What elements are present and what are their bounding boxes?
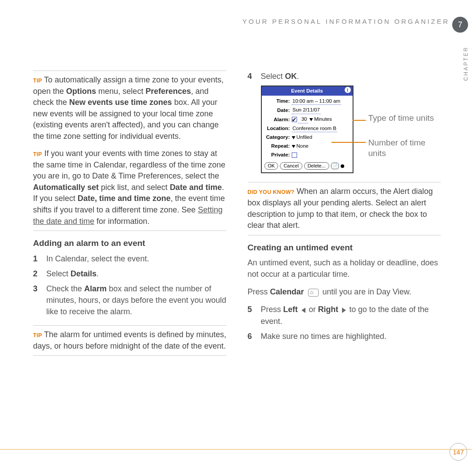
step-number: 3 — [33, 283, 40, 317]
text: Check the — [46, 284, 84, 293]
callout-line — [353, 120, 366, 121]
dropdown-icon[interactable] — [292, 145, 295, 148]
text: . — [97, 269, 99, 278]
tip-label: TIP — [33, 78, 42, 84]
tip-text: If you want your events with time zones … — [33, 149, 225, 180]
text: Press — [248, 287, 270, 296]
text: Press — [261, 305, 283, 314]
running-head: YOUR PERSONAL INFORMATION ORGANIZER — [0, 18, 450, 25]
bold: Preferences — [145, 87, 191, 96]
step-text: Make sure no times are highlighted. — [261, 331, 441, 342]
text: . — [297, 72, 299, 81]
bold: Alarm — [84, 284, 107, 293]
label-private: Private: — [264, 151, 292, 159]
step-1: 1 In Calendar, select the event. — [33, 253, 227, 264]
left-arrow-icon — [301, 308, 305, 313]
bold: Details — [71, 269, 97, 278]
tip-text: for information. — [94, 217, 149, 226]
note-icon[interactable]: 📄 — [331, 163, 339, 169]
page-body: TIP To automatically assign a time zone … — [33, 71, 441, 362]
callout-type-units: Type of time units — [368, 113, 435, 123]
step-number: 4 — [248, 71, 255, 82]
tip-text: menu, select — [96, 87, 145, 96]
field-location[interactable]: Conference room B — [292, 125, 338, 133]
dialog-event-details: Event Details i Time:10:00 am – 11:00 am… — [261, 86, 353, 173]
bold: Automatically set — [33, 183, 99, 192]
dialog-title-bar: Event Details i — [262, 86, 353, 96]
text: or — [309, 305, 318, 314]
bold: Date, time and time zone — [78, 194, 171, 203]
chapter-badge: 7 — [452, 17, 468, 33]
text: Select — [261, 72, 285, 81]
step-text: Select OK. — [261, 71, 441, 82]
dropdown-icon[interactable] — [309, 118, 313, 121]
step-3: 3 Check the Alarm box and select the num… — [33, 283, 227, 317]
bold: OK — [285, 72, 297, 81]
bold: New events use time zones — [69, 98, 172, 107]
field-date[interactable]: Sun 2/11/07 — [292, 106, 321, 114]
dot-icon — [341, 164, 344, 168]
screenshot-event-details: Event Details i Time:10:00 am – 11:00 am… — [261, 86, 441, 173]
step-6: 6 Make sure no times are highlighted. — [248, 331, 441, 342]
step-number: 6 — [248, 331, 255, 342]
tip-label: TIP — [33, 332, 42, 338]
cancel-button[interactable]: Cancel — [280, 162, 302, 170]
step-number: 5 — [248, 304, 255, 327]
step-number: 1 — [33, 253, 40, 264]
tip-box-3: TIP The alarm for untimed events is defi… — [33, 325, 227, 356]
tip-box-1: TIP To automatically assign a time zone … — [33, 71, 227, 231]
right-arrow-icon — [342, 308, 346, 313]
paragraph: An untimed event, such as a holiday or d… — [248, 257, 441, 280]
bold: Calendar — [270, 287, 304, 296]
label-category: Category: — [264, 134, 292, 141]
checkbox-alarm[interactable] — [292, 117, 297, 122]
chapter-side-label: CHAPTER — [463, 46, 469, 81]
field-alarm-units[interactable]: Minutes — [314, 116, 332, 122]
text: until you are in Day View. — [323, 287, 412, 296]
checkbox-private[interactable] — [292, 152, 297, 158]
bold: Right — [318, 305, 338, 314]
step-2: 2 Select Details. — [33, 268, 227, 279]
calendar-button-icon — [308, 289, 319, 297]
tip-label: TIP — [33, 151, 42, 157]
field-repeat[interactable]: None — [297, 143, 309, 149]
page-number: 147 — [450, 443, 467, 461]
step-text: In Calendar, select the event. — [46, 253, 227, 264]
text: Select — [46, 269, 71, 278]
info-icon[interactable]: i — [345, 87, 351, 93]
heading-adding-alarm: Adding an alarm to an event — [33, 237, 227, 249]
step-4: 4 Select OK. — [248, 71, 441, 82]
bold: Options — [66, 87, 96, 96]
right-column: 4 Select OK. Event Details i Time:10:00 … — [248, 71, 441, 362]
left-column: TIP To automatically assign a time zone … — [33, 71, 227, 362]
tip-text: The alarm for untimed events is defined … — [33, 330, 226, 350]
label-time: Time: — [264, 97, 292, 105]
field-alarm-value[interactable]: 30 — [298, 115, 308, 123]
label-location: Location: — [264, 125, 292, 132]
did-you-know-box: DID YOU KNOW? When an alarm occurs, the … — [248, 182, 441, 235]
step-text: Press Left or Right to go to the date of… — [261, 304, 441, 327]
step-text: Check the Alarm box and select the numbe… — [46, 283, 227, 317]
delete-button[interactable]: Delete... — [304, 162, 329, 170]
step-text: Select Details. — [46, 268, 227, 279]
tip-text: pick list, and select — [99, 183, 170, 192]
step-number: 2 — [33, 268, 40, 279]
footer-rule — [0, 449, 472, 450]
label-repeat: Repeat: — [264, 142, 292, 150]
dialog-title: Event Details — [291, 88, 323, 93]
ok-button[interactable]: OK — [264, 162, 279, 170]
heading-untimed-event: Creating an untimed event — [248, 242, 441, 254]
callout-number-units: Number of time units — [368, 138, 435, 159]
label-date: Date: — [264, 107, 292, 114]
bold: Date and time — [170, 183, 222, 192]
field-time[interactable]: 10:00 am – 11:00 am — [292, 97, 342, 105]
dropdown-icon[interactable] — [292, 136, 295, 139]
dyk-label: DID YOU KNOW? — [248, 189, 294, 195]
label-alarm: Alarm: — [264, 116, 292, 123]
paragraph: Press Calendar until you are in Day View… — [248, 286, 441, 298]
step-5: 5 Press Left or Right to go to the date … — [248, 304, 441, 327]
field-category[interactable]: Unfiled — [297, 134, 312, 140]
callout-line — [331, 142, 366, 143]
bold: Left — [283, 305, 298, 314]
